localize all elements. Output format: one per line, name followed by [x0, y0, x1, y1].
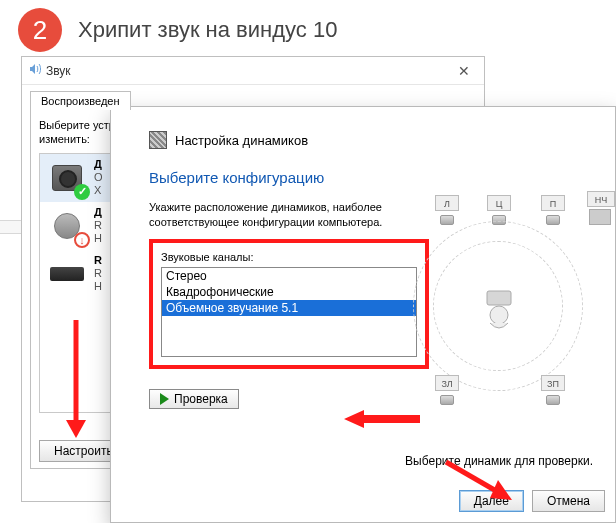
channel-option-quad[interactable]: Квадрофонические	[162, 284, 416, 300]
dialog-title: Настройка динамиков	[175, 133, 308, 148]
svg-rect-2	[487, 291, 511, 305]
test-button-label: Проверка	[174, 392, 228, 406]
test-button[interactable]: Проверка	[149, 389, 239, 409]
close-icon[interactable]: ✕	[450, 63, 478, 79]
device-name: R	[94, 254, 102, 267]
status-ok-icon	[74, 184, 90, 200]
window-title: Звук	[46, 64, 71, 78]
dialog-header: Настройка динамиков	[111, 107, 615, 159]
speaker-label-fr[interactable]: П	[541, 195, 565, 211]
listener-icon	[481, 289, 517, 329]
device-name: Д	[94, 206, 102, 219]
speaker-setup-dialog: Настройка динамиков Выберите конфигураци…	[110, 106, 616, 523]
speaker-label-rl[interactable]: ЗЛ	[435, 375, 459, 391]
hint-text: Выберите динамик для проверки.	[405, 454, 593, 468]
config-subtext: Укажите расположение динамиков, наиболее…	[149, 200, 429, 231]
speaker-label-c[interactable]: Ц	[487, 195, 511, 211]
tab-playback[interactable]: Воспроизведен	[30, 91, 131, 110]
speaker-label-rr[interactable]: ЗП	[541, 375, 565, 391]
speaker-node	[440, 395, 454, 405]
speaker-node	[440, 215, 454, 225]
hdmi-device-icon	[46, 254, 88, 294]
channels-label: Звуковые каналы:	[161, 251, 417, 263]
config-heading: Выберите конфигурацию	[149, 169, 429, 186]
channel-option-stereo[interactable]: Стерео	[162, 268, 416, 284]
channels-highlight: Звуковые каналы: Стерео Квадрофонические…	[149, 239, 429, 369]
speaker-icon	[28, 62, 42, 79]
play-icon	[160, 393, 169, 405]
svg-point-3	[490, 306, 508, 324]
titlebar: Звук ✕	[22, 57, 484, 85]
speaker-device-icon	[46, 206, 88, 246]
channel-option-51[interactable]: Объемное звучание 5.1	[162, 300, 416, 316]
speaker-device-icon	[46, 158, 88, 198]
speaker-node	[546, 395, 560, 405]
speaker-label-fl[interactable]: Л	[435, 195, 459, 211]
device-name: Д	[94, 158, 103, 171]
step-badge: 2	[18, 8, 62, 52]
speaker-setup-icon	[149, 131, 167, 149]
next-button[interactable]: Далее	[459, 490, 524, 512]
speaker-layout-diagram: Л Ц П НЧ ЗЛ ЗП	[429, 169, 595, 409]
channels-list[interactable]: Стерео Квадрофонические Объемное звучани…	[161, 267, 417, 357]
speaker-node	[546, 215, 560, 225]
page-header: 2 Хрипит звук на виндус 10	[18, 8, 337, 52]
subwoofer-node	[589, 209, 611, 225]
speaker-label-sub[interactable]: НЧ	[587, 191, 615, 207]
status-error-icon	[74, 232, 90, 248]
page-title: Хрипит звук на виндус 10	[78, 17, 337, 43]
cancel-button[interactable]: Отмена	[532, 490, 605, 512]
